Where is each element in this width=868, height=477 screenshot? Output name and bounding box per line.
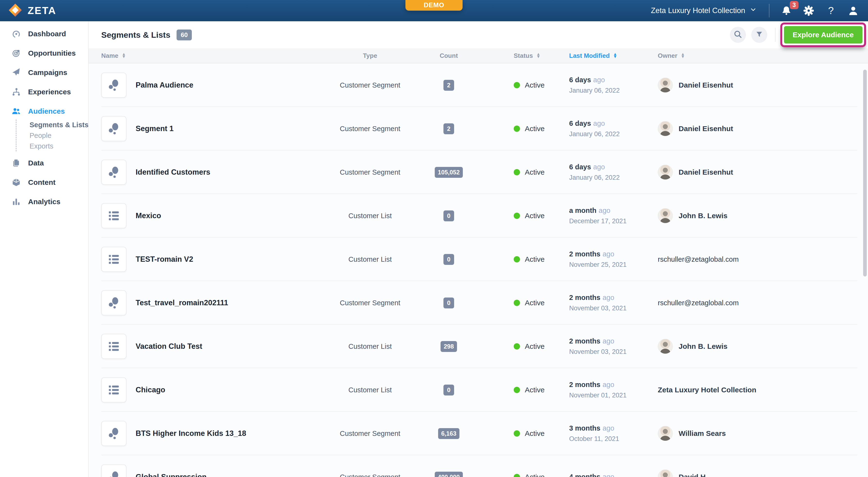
row-name[interactable]: Vacation Club Test xyxy=(135,342,202,351)
vertical-scrollbar-thumb[interactable] xyxy=(863,70,867,276)
column-header-last-modified[interactable]: Last Modified▲▼ xyxy=(569,52,658,60)
table-row[interactable]: Palma AudienceCustomer Segment2Active6 d… xyxy=(89,63,868,107)
modified-relative: a month xyxy=(569,207,596,214)
column-label: Count xyxy=(440,52,458,60)
customer-list-icon xyxy=(101,377,126,403)
row-name[interactable]: Segment 1 xyxy=(135,124,174,133)
content-cube-icon xyxy=(11,178,21,187)
sidebar-item-experiences[interactable]: Experiences xyxy=(0,82,88,102)
row-name[interactable]: Test_travel_romain202111 xyxy=(135,299,228,307)
status-label: Active xyxy=(525,81,545,89)
topbar-divider xyxy=(769,4,769,18)
table-row[interactable]: BTS Higher Income Kids 13_18Customer Seg… xyxy=(89,412,868,455)
sidebar-item-dashboard[interactable]: Dashboard xyxy=(0,24,88,43)
notifications-bell-icon[interactable]: 3 xyxy=(781,5,792,16)
sidebar-item-label: Audiences xyxy=(28,107,65,115)
count-badge: 0 xyxy=(443,298,454,308)
table-row[interactable]: Global SuppressionCustomer Segment400,00… xyxy=(89,455,868,477)
search-button[interactable] xyxy=(730,27,746,43)
sidebar-subitem-exports[interactable]: Exports xyxy=(17,141,88,151)
status-label: Active xyxy=(525,429,545,438)
table-row[interactable]: TEST-romain V2Customer List0Active2 mont… xyxy=(89,238,868,281)
chevron-down-icon xyxy=(750,6,757,15)
opportunities-target-icon xyxy=(11,48,21,58)
table-header: Name▲▼TypeCountStatus▲▼Last Modified▲▼Ow… xyxy=(89,48,868,63)
status-label: Active xyxy=(525,168,545,176)
row-type: Customer List xyxy=(348,212,392,220)
row-type: Customer List xyxy=(348,386,392,394)
table-row[interactable]: ChicagoCustomer List0Active2 monthsagoNo… xyxy=(89,368,868,412)
filter-button[interactable] xyxy=(751,27,767,43)
last-modified-cell: 2 monthsagoNovember 25, 2021 xyxy=(569,250,658,268)
data-files-icon xyxy=(11,159,21,168)
table-row[interactable]: Test_travel_romain202111Customer Segment… xyxy=(89,281,868,325)
customer-segment-icon xyxy=(101,160,126,185)
sidebar-item-label: Opportunities xyxy=(28,49,76,57)
sidebar-item-opportunities[interactable]: Opportunities xyxy=(0,43,88,63)
sort-arrows-icon: ▲▼ xyxy=(122,53,126,58)
account-switcher[interactable]: Zeta Luxury Hotel Collection xyxy=(651,6,757,15)
row-name[interactable]: Palma Audience xyxy=(135,81,193,90)
row-name[interactable]: Chicago xyxy=(135,385,165,394)
table-row[interactable]: Vacation Club TestCustomer List298Active… xyxy=(89,325,868,368)
modified-date: November 01, 2021 xyxy=(569,391,658,399)
table-row[interactable]: Segment 1Customer Segment2Active6 daysag… xyxy=(89,107,868,150)
modified-relative: 6 days xyxy=(569,120,591,127)
row-type: Customer List xyxy=(348,342,392,350)
modified-relative: 2 months xyxy=(569,337,600,345)
status-active-dot xyxy=(514,343,520,349)
topbar: ZETA DEMO Zeta Luxury Hotel Collection 3 xyxy=(0,0,868,21)
modified-ago-suffix: ago xyxy=(602,473,614,477)
sidebar-item-audiences[interactable]: Audiences xyxy=(0,102,88,121)
filter-funnel-icon xyxy=(755,30,764,39)
table-row[interactable]: Identified CustomersCustomer Segment105,… xyxy=(89,150,868,194)
row-name[interactable]: Identified Customers xyxy=(135,168,210,177)
sidebar-item-label: Experiences xyxy=(28,88,71,96)
row-type: Customer Segment xyxy=(340,430,400,438)
row-name[interactable]: BTS Higher Income Kids 13_18 xyxy=(135,429,246,438)
column-header-owner[interactable]: Owner▲▼ xyxy=(658,52,857,60)
sidebar-item-label: Campaigns xyxy=(28,68,67,77)
customer-list-icon xyxy=(101,247,126,272)
sidebar-subitem-segments-lists[interactable]: Segments & Lists xyxy=(17,120,88,130)
experiences-flow-icon xyxy=(11,87,21,97)
brand-logo[interactable]: ZETA xyxy=(8,3,56,18)
help-icon[interactable]: ? xyxy=(825,5,837,16)
status-active-dot xyxy=(514,430,520,437)
customer-segment-icon xyxy=(101,116,126,141)
settings-gear-icon[interactable] xyxy=(803,5,814,16)
column-header-status[interactable]: Status▲▼ xyxy=(469,52,569,60)
row-name[interactable]: TEST-romain V2 xyxy=(135,255,193,264)
sidebar-item-content[interactable]: Content xyxy=(0,173,88,192)
owner-name: David H... xyxy=(679,473,712,477)
status-active-dot xyxy=(514,256,520,263)
customer-segment-icon xyxy=(101,421,126,446)
row-name[interactable]: Global Suppression xyxy=(135,473,207,477)
sidebar-item-label: Data xyxy=(28,159,44,167)
sidebar-item-data[interactable]: Data xyxy=(0,154,88,173)
table-row[interactable]: MexicoCustomer List0Activea monthagoDece… xyxy=(89,194,868,238)
owner-name: William Sears xyxy=(679,429,726,438)
sort-arrows-icon: ▲▼ xyxy=(536,53,540,58)
modified-relative: 4 months xyxy=(569,473,600,477)
count-badge: 0 xyxy=(443,210,454,221)
sidebar-item-campaigns[interactable]: Campaigns xyxy=(0,63,88,82)
owner-name: Daniel Eisenhut xyxy=(679,81,733,89)
modified-date: November 25, 2021 xyxy=(569,261,658,269)
customer-list-icon xyxy=(101,334,126,359)
explore-audience-button[interactable]: Explore Audience xyxy=(784,26,862,43)
column-header-count: Count xyxy=(428,52,469,60)
owner-avatar xyxy=(658,426,673,441)
user-profile-icon[interactable] xyxy=(847,5,859,16)
customer-list-icon xyxy=(101,203,126,228)
table-body: Palma AudienceCustomer Segment2Active6 d… xyxy=(89,63,868,477)
sidebar-subitem-people[interactable]: People xyxy=(17,130,88,141)
row-name[interactable]: Mexico xyxy=(135,211,161,220)
last-modified-cell: a monthagoDecember 17, 2021 xyxy=(569,207,658,225)
status-label: Active xyxy=(525,473,545,477)
modified-ago-suffix: ago xyxy=(602,250,614,258)
count-badge: 400,000 xyxy=(435,472,463,477)
column-header-name[interactable]: Name▲▼ xyxy=(101,52,312,60)
sidebar-item-analytics[interactable]: Analytics xyxy=(0,192,88,211)
column-label: Last Modified xyxy=(569,52,610,60)
